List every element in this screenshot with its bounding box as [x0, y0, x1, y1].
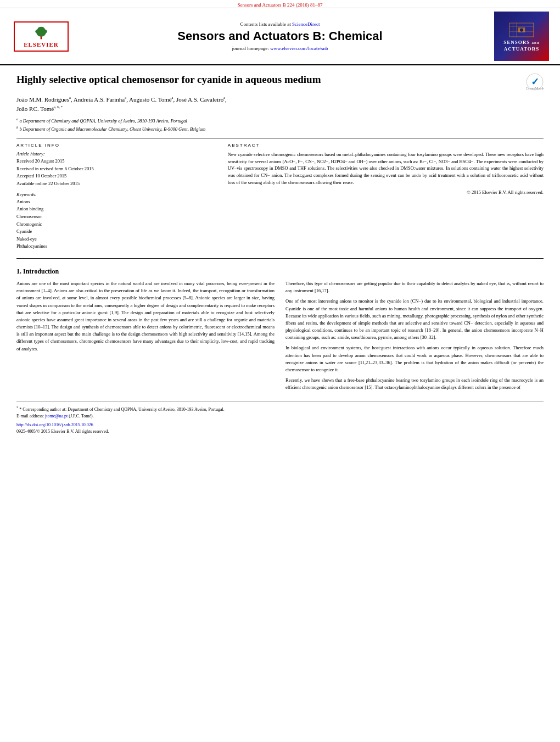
received-date: Received 20 August 2015	[16, 158, 217, 165]
author-sup-a4: a	[223, 96, 225, 99]
svg-text:✓: ✓	[531, 76, 539, 87]
keyword-anion-binding: Anion binding	[16, 205, 217, 213]
journal-header-right: SENSORS and ACTUATORS	[489, 12, 549, 61]
abstract-col: ABSTRACT New cyanide selective chromogen…	[228, 143, 544, 250]
author-sup-ab: a, b, *	[54, 105, 63, 109]
doi-line: http://dx.doi.org/10.1016/j.snb.2015.10.…	[16, 422, 544, 428]
keyword-chromogenic: Chromogenic	[16, 221, 217, 228]
keywords-label: Keywords:	[16, 192, 217, 197]
author-sup-a2: a	[125, 96, 126, 99]
keyword-anions: Anions	[16, 198, 217, 206]
accepted-date: Accepted 10 October 2015	[16, 172, 217, 180]
affiliations: a a Department of Chemistry and QOPNA, U…	[16, 116, 544, 133]
intro-para1: Anions are one of the most important spe…	[16, 280, 275, 353]
footnote-star: *	[16, 405, 18, 409]
crossmark-icon[interactable]: ✓ CrossMark	[526, 73, 544, 91]
revised-date: Received in revised form 6 October 2015	[16, 165, 217, 172]
elsevier-logo-area: ELSEVIER	[11, 21, 71, 52]
author-sup-a1: a	[69, 96, 71, 99]
elsevier-logo-box: ELSEVIER	[14, 21, 69, 52]
keyword-cyanide: Cyanide	[16, 228, 217, 236]
sensors-logo-icon	[508, 20, 535, 40]
homepage-link[interactable]: www.elsevier.com/locate/snb	[270, 46, 328, 51]
keyword-naked-eye: Naked-eye	[16, 236, 217, 243]
doi-link[interactable]: http://dx.doi.org/10.1016/j.snb.2015.10.…	[16, 422, 93, 427]
abstract-text: New cyanide selective chromogenic chemos…	[228, 151, 544, 186]
elsevier-logo: ELSEVIER	[11, 21, 71, 52]
article-title-area: Highly selective optical chemosensor for…	[16, 73, 544, 91]
available-date: Available online 22 October 2015	[16, 180, 217, 187]
journal-citation: Sensors and Actuators B 224 (2016) 81–87	[238, 2, 323, 8]
copyright: © 2015 Elsevier B.V. All rights reserved…	[228, 189, 544, 195]
contents-line: Contents lists available at ScienceDirec…	[71, 21, 489, 27]
elsevier-tree-icon	[30, 25, 52, 41]
email-line: E-mail address: jtome@ua.pt (J.P.C. Tomé…	[16, 413, 544, 420]
elsevier-text: ELSEVIER	[24, 41, 59, 48]
introduction-section: 1. Introduction Anions are one of the mo…	[16, 267, 544, 394]
journal-title: Sensors and Actuators B: Chemical	[71, 29, 489, 43]
page-wrapper: Sensors and Actuators B 224 (2016) 81–87…	[0, 0, 560, 742]
article-body: Highly selective optical chemosensor for…	[0, 65, 560, 440]
article-divider	[16, 138, 544, 138]
author-sup-a3: a	[172, 96, 173, 99]
intro-col-left: Anions are one of the most important spe…	[16, 280, 275, 394]
intro-para2: Therefore, this type of chemosensors are…	[285, 280, 544, 294]
keyword-chemosensor: Chemosensor	[16, 213, 217, 221]
footnote-section: * * Corresponding author at: Department …	[16, 401, 544, 435]
svg-text:CrossMark: CrossMark	[526, 86, 544, 91]
journal-homepage: journal homepage: www.elsevier.com/locat…	[71, 46, 489, 51]
authors: João M.M. Rodriguesa, Andreia A.S. Farin…	[16, 95, 544, 113]
corresponding-author-note: * * Corresponding author at: Department …	[16, 405, 544, 413]
journal-header-center: Contents lists available at ScienceDirec…	[71, 21, 489, 51]
article-title: Highly selective optical chemosensor for…	[16, 73, 520, 87]
intro-para5: Recently, we have shown that a free-base…	[285, 377, 544, 391]
sciencedirect-link[interactable]: ScienceDirect	[292, 21, 320, 27]
intro-para3: One of the most interesting anions to mo…	[285, 298, 544, 341]
intro-columns: Anions are one of the most important spe…	[16, 280, 544, 394]
article-info-col: ARTICLE INFO Article history: Received 2…	[16, 143, 217, 250]
abstract-header: ABSTRACT	[228, 143, 544, 148]
article-info-header: ARTICLE INFO	[16, 143, 217, 148]
issn-line: 0925-4005/© 2015 Elsevier B.V. All right…	[16, 428, 544, 435]
intro-para4: In biological and environment systems, t…	[285, 344, 544, 373]
keywords-list: Anions Anion binding Chemosensor Chromog…	[16, 198, 217, 250]
intro-divider	[16, 258, 544, 259]
keyword-phthalocyanines: Phthalocyanines	[16, 243, 217, 250]
affil-sup-b: b	[16, 125, 18, 129]
sensors-logo-box: SENSORS and ACTUATORS	[494, 12, 549, 61]
affil-sup-a: a	[16, 117, 18, 121]
email-link[interactable]: jtome@ua.pt	[45, 414, 68, 419]
intro-col-right: Therefore, this type of chemosensors are…	[285, 280, 544, 394]
journal-header: ELSEVIER Contents lists available at Sci…	[0, 8, 560, 65]
history-label: Article history:	[16, 151, 217, 157]
article-info-abstract: ARTICLE INFO Article history: Received 2…	[16, 143, 544, 250]
sensors-logo-text: SENSORS and ACTUATORS	[503, 40, 540, 52]
intro-heading: 1. Introduction	[16, 267, 544, 276]
svg-point-11	[520, 28, 523, 31]
svg-point-4	[37, 27, 44, 32]
top-banner: Sensors and Actuators B 224 (2016) 81–87	[0, 0, 560, 8]
